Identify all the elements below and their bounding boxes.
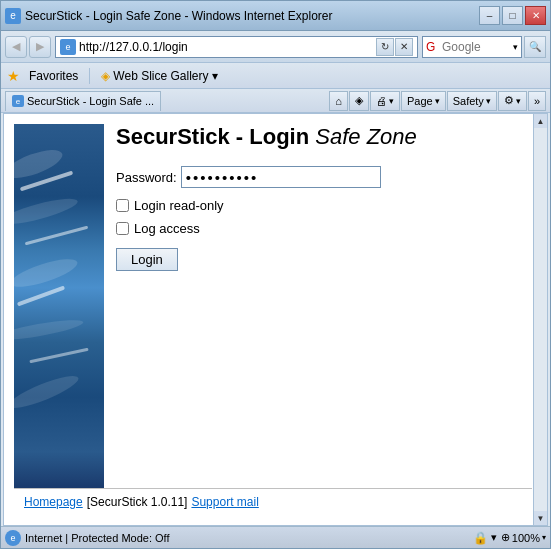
zoom-label: 100%	[512, 532, 540, 544]
status-text: Internet | Protected Mode: Off	[25, 532, 469, 544]
more-tools-icon: »	[534, 95, 540, 107]
page-icon: e	[60, 39, 76, 55]
version-text: [SecurStick 1.0.11]	[87, 495, 188, 509]
search-engine-icon: G	[426, 40, 440, 54]
home-icon: ⌂	[335, 95, 342, 107]
protected-mode-indicator: 🔒 ▾	[473, 531, 497, 545]
print-button[interactable]: 🖨 ▾	[370, 91, 400, 111]
title-bar: e SecurStick - Login Safe Zone - Windows…	[1, 1, 550, 31]
safety-button[interactable]: Safety ▾	[447, 91, 497, 111]
tools-icon: ⚙	[504, 94, 514, 107]
favorites-star-icon: ★	[7, 68, 20, 84]
form-area: SecurStick - Login Safe Zone Password: L…	[116, 124, 532, 488]
scrollbar[interactable]: ▲ ▼	[533, 114, 547, 525]
browser-window: e SecurStick - Login Safe Zone - Windows…	[0, 0, 551, 549]
zoom-icon: ⊕	[501, 531, 510, 544]
web-slice-gallery-item[interactable]: ◈ Web Slice Gallery ▾	[98, 68, 220, 84]
forward-button[interactable]: ▶	[29, 36, 51, 58]
page-label: Page	[407, 95, 433, 107]
login-readonly-label: Login read-only	[134, 198, 224, 213]
page-title: SecurStick - Login Safe Zone	[116, 124, 532, 150]
search-button[interactable]: 🔍	[524, 36, 546, 58]
minimize-button[interactable]: –	[479, 6, 500, 25]
status-bar: e Internet | Protected Mode: Off 🔒 ▾ ⊕ 1…	[1, 526, 550, 548]
scroll-track	[534, 128, 547, 511]
page-content: SecurStick - Login Safe Zone Password: L…	[4, 114, 547, 525]
favorites-button[interactable]: Favorites	[26, 68, 81, 84]
search-input[interactable]	[442, 40, 513, 54]
refresh-button[interactable]: ↻	[376, 38, 394, 56]
lock-icon: 🔒	[473, 531, 488, 545]
password-input[interactable]	[181, 166, 381, 188]
page-dropdown-icon[interactable]: ▾	[435, 96, 440, 106]
favorites-label: Favorites	[29, 69, 78, 83]
page-button[interactable]: Page ▾	[401, 91, 446, 111]
close-button[interactable]: ✕	[525, 6, 546, 25]
homepage-link[interactable]: Homepage	[24, 495, 83, 509]
print-dropdown-icon[interactable]: ▾	[389, 96, 394, 106]
window-title: SecurStick - Login Safe Zone - Windows I…	[25, 9, 479, 23]
browser-tab[interactable]: e SecurStick - Login Safe ...	[5, 91, 161, 111]
address-input[interactable]	[79, 40, 376, 54]
more-tools-button[interactable]: »	[528, 91, 546, 111]
dropdown-arrow-status[interactable]: ▾	[491, 531, 497, 544]
search-bar: G ▾	[422, 36, 522, 58]
login-readonly-checkbox[interactable]	[116, 199, 129, 212]
print-icon: 🖨	[376, 95, 387, 107]
safety-label: Safety	[453, 95, 484, 107]
password-row: Password:	[116, 166, 532, 188]
web-slice-icon: ◈	[101, 69, 110, 83]
window-controls: – □ ✕	[479, 6, 546, 25]
title-italic-text: Safe Zone	[315, 124, 417, 149]
safety-dropdown-icon[interactable]: ▾	[486, 96, 491, 106]
internet-zone-icon: e	[5, 530, 21, 546]
toolbar-bar: e SecurStick - Login Safe ... ⌂ ◈ 🖨 ▾ Pa…	[1, 89, 550, 113]
feeds-icon: ◈	[355, 94, 363, 107]
navigation-bar: ◀ ▶ e ↻ ✕ G ▾ 🔍	[1, 31, 550, 63]
footer: Homepage [SecurStick 1.0.11] Support mai…	[14, 488, 532, 515]
zoom-dropdown-icon[interactable]: ▾	[542, 533, 546, 542]
web-slice-dropdown-icon: ▾	[212, 69, 218, 83]
scroll-down-button[interactable]: ▼	[534, 511, 548, 525]
content-area: ▲ ▼	[3, 113, 548, 526]
feeds-button[interactable]: ◈	[349, 91, 369, 111]
status-right: 🔒 ▾ ⊕ 100% ▾	[473, 531, 546, 545]
tools-button[interactable]: ⚙ ▾	[498, 91, 527, 111]
login-readonly-row: Login read-only	[116, 198, 532, 213]
login-button[interactable]: Login	[116, 248, 178, 271]
browser-icon: e	[5, 8, 21, 24]
home-button[interactable]: ⌂	[329, 91, 348, 111]
stop-button[interactable]: ✕	[395, 38, 413, 56]
log-access-label: Log access	[134, 221, 200, 236]
scroll-up-button[interactable]: ▲	[534, 114, 548, 128]
web-slice-label: Web Slice Gallery	[113, 69, 208, 83]
log-access-checkbox[interactable]	[116, 222, 129, 235]
tab-page-icon: e	[12, 95, 24, 107]
address-bar-buttons: ↻ ✕	[376, 38, 413, 56]
maximize-button[interactable]: □	[502, 6, 523, 25]
title-main-text: SecurStick - Login	[116, 124, 315, 149]
favorites-divider	[89, 68, 90, 84]
address-bar: e ↻ ✕	[55, 36, 418, 58]
zoom-control[interactable]: ⊕ 100% ▾	[501, 531, 546, 544]
search-dropdown-arrow[interactable]: ▾	[513, 42, 518, 52]
tab-label: SecurStick - Login Safe ...	[27, 95, 154, 107]
back-button[interactable]: ◀	[5, 36, 27, 58]
ocean-image	[14, 124, 104, 488]
tools-dropdown-icon[interactable]: ▾	[516, 96, 521, 106]
support-mail-link[interactable]: Support mail	[191, 495, 258, 509]
page-layout: SecurStick - Login Safe Zone Password: L…	[14, 124, 532, 488]
favorites-bar: ★ Favorites ◈ Web Slice Gallery ▾	[1, 63, 550, 89]
password-label: Password:	[116, 170, 177, 185]
log-access-row: Log access	[116, 221, 532, 236]
